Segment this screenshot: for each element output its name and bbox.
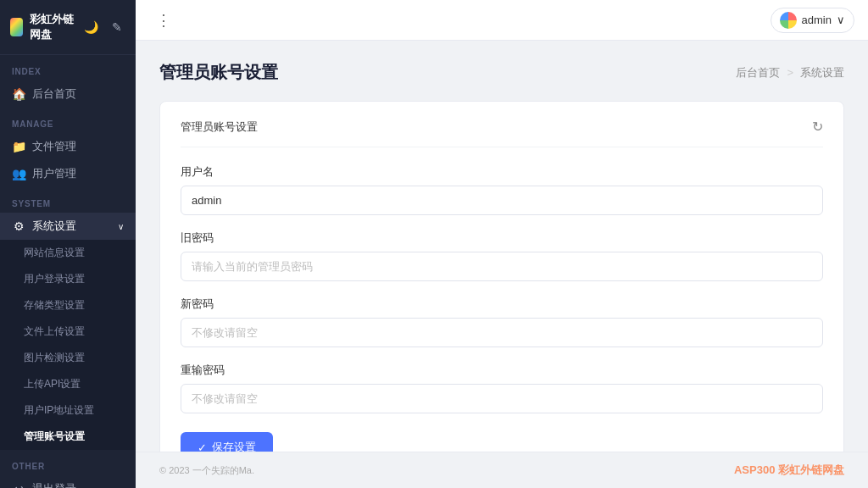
- username-group: 用户名: [181, 164, 823, 215]
- watermark: ASP300 彩虹外链网盘: [734, 463, 844, 478]
- sidebar-logo: 彩虹外链网盘 🌙 ✎: [0, 0, 136, 55]
- main-footer: © 2023 一个失踪的Ma. ASP300 彩虹外链网盘: [136, 452, 868, 488]
- sidebar-item-storage-settings[interactable]: 存储类型设置: [0, 292, 136, 319]
- chevron-icon: ∨: [118, 222, 124, 231]
- sidebar-actions: 🌙 ✎: [81, 19, 125, 36]
- admin-chevron: ∨: [837, 14, 845, 26]
- main-wrapper: ⋮ admin ∨ 管理员账号设置 后台首页 > 系统设置 管理员账号设置 ↻: [136, 0, 868, 488]
- breadcrumb: 后台首页 > 系统设置: [736, 65, 844, 80]
- section-label-index: INDEX: [0, 55, 136, 80]
- page-header: 管理员账号设置 后台首页 > 系统设置: [159, 61, 844, 84]
- sidebar-item-image-settings-label: 图片检测设置: [24, 351, 85, 365]
- sidebar-item-logout[interactable]: ↩ 退出登录: [0, 475, 136, 488]
- new-password-input[interactable]: [181, 318, 823, 347]
- confirm-password-input[interactable]: [181, 384, 823, 413]
- admin-badge[interactable]: admin ∨: [771, 8, 854, 33]
- sidebar-item-admin-settings[interactable]: 管理账号设置: [0, 424, 136, 450]
- sidebar-item-storage-settings-label: 存储类型设置: [24, 298, 85, 313]
- logo-text: 彩虹外链网盘: [30, 12, 74, 42]
- sidebar-item-api-settings-label: 上传API设置: [24, 377, 81, 391]
- new-password-label: 新密码: [181, 297, 823, 312]
- watermark-text: ASP300: [734, 463, 775, 476]
- logout-icon: ↩: [12, 482, 25, 488]
- confirm-password-label: 重输密码: [181, 363, 823, 378]
- sidebar-item-login-settings-label: 用户登录设置: [24, 272, 85, 286]
- sidebar-submenu: 网站信息设置 用户登录设置 存储类型设置 文件上传设置 图片检测设置 上传API…: [0, 240, 136, 450]
- admin-avatar: [780, 12, 797, 29]
- old-password-group: 旧密码: [181, 230, 823, 281]
- sidebar-item-api-settings[interactable]: 上传API设置: [0, 371, 136, 397]
- old-password-input[interactable]: [181, 252, 823, 281]
- save-button-label: 保存设置: [212, 440, 256, 452]
- topbar: ⋮ admin ∨: [136, 0, 868, 41]
- gear-icon: ⚙: [12, 219, 25, 233]
- sidebar-item-user-manage-label: 用户管理: [32, 166, 76, 181]
- logo-icon: [10, 18, 23, 36]
- sidebar-item-site-info-label: 网站信息设置: [24, 246, 85, 260]
- sidebar-item-system-settings[interactable]: ⚙ 系统设置 ∨: [0, 213, 136, 240]
- watermark-suffix: 彩虹外链网盘: [778, 463, 844, 476]
- home-icon: 🏠: [12, 87, 25, 101]
- footer-text: © 2023 一个失踪的Ma.: [159, 464, 254, 477]
- admin-label: admin: [802, 14, 832, 26]
- users-icon: 👥: [12, 167, 25, 180]
- menu-button[interactable]: ⋮: [149, 8, 178, 33]
- sidebar-item-dashboard-label: 后台首页: [32, 86, 76, 102]
- edit-button[interactable]: ✎: [108, 19, 125, 36]
- sidebar-item-admin-settings-label: 管理账号设置: [24, 430, 85, 444]
- new-password-group: 新密码: [181, 297, 823, 347]
- sidebar-item-site-info[interactable]: 网站信息设置: [0, 240, 136, 266]
- sidebar-item-ip-settings-label: 用户IP地址设置: [24, 403, 94, 418]
- sidebar-item-dashboard[interactable]: 🏠 后台首页: [0, 80, 136, 108]
- sidebar-item-user-manage[interactable]: 👥 用户管理: [0, 160, 136, 187]
- main-content: 管理员账号设置 后台首页 > 系统设置 管理员账号设置 ↻ 用户名 旧密码 新密…: [136, 41, 868, 452]
- page-title: 管理员账号设置: [159, 61, 278, 84]
- section-label-system: SYSTEM: [0, 187, 136, 213]
- username-label: 用户名: [181, 164, 823, 180]
- sidebar-item-system-settings-label: 系统设置: [32, 219, 76, 234]
- sidebar-item-ip-settings[interactable]: 用户IP地址设置: [0, 397, 136, 424]
- breadcrumb-separator: >: [787, 66, 793, 79]
- confirm-password-group: 重输密码: [181, 363, 823, 413]
- sidebar-item-file-manage[interactable]: 📁 文件管理: [0, 133, 136, 160]
- section-label-other: OTHER: [0, 450, 136, 475]
- card-title: 管理员账号设置: [181, 119, 258, 135]
- sidebar-item-login-settings[interactable]: 用户登录设置: [0, 266, 136, 292]
- folder-icon: 📁: [12, 140, 25, 153]
- settings-card: 管理员账号设置 ↻ 用户名 旧密码 新密码 重输密码 ✓ 保存设置: [159, 101, 844, 452]
- section-label-manage: MANAGE: [0, 108, 136, 133]
- topbar-right: admin ∨: [771, 8, 854, 33]
- breadcrumb-home[interactable]: 后台首页: [736, 65, 780, 80]
- card-header: 管理员账号设置 ↻: [181, 119, 823, 147]
- sidebar: 彩虹外链网盘 🌙 ✎ INDEX 🏠 后台首页 MANAGE 📁 文件管理 👥 …: [0, 0, 136, 488]
- old-password-label: 旧密码: [181, 230, 823, 246]
- dark-mode-button[interactable]: 🌙: [81, 19, 102, 36]
- breadcrumb-current: 系统设置: [800, 65, 844, 80]
- save-icon: ✓: [198, 441, 207, 452]
- save-button[interactable]: ✓ 保存设置: [181, 432, 273, 452]
- sidebar-item-upload-settings-label: 文件上传设置: [24, 324, 85, 339]
- sidebar-item-logout-label: 退出登录: [32, 481, 76, 488]
- sidebar-item-file-manage-label: 文件管理: [32, 139, 76, 154]
- sidebar-item-upload-settings[interactable]: 文件上传设置: [0, 319, 136, 345]
- refresh-button[interactable]: ↻: [812, 119, 823, 135]
- sidebar-item-image-settings[interactable]: 图片检测设置: [0, 345, 136, 371]
- menu-icon: ⋮: [156, 12, 171, 29]
- username-input[interactable]: [181, 186, 823, 215]
